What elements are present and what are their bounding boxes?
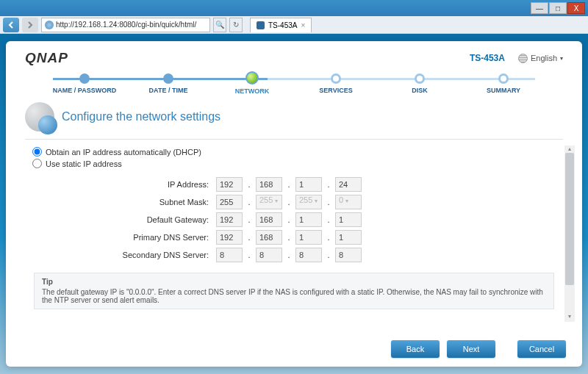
viewport: QNAP TS-453A English ▾ NAME / PASSWORD D… [0,34,588,374]
dns2-octet-3[interactable] [295,248,322,262]
button-row: Back Next Cancel [391,340,566,358]
label-ip: IP Address: [47,180,216,189]
url-text: http://192.168.1.24:8080/cgi-bin/quick/h… [56,21,196,29]
label-gateway: Default Gateway: [47,215,216,224]
mask-octet-3[interactable]: 255 ▾ [295,195,322,209]
tip-body: The default gateway IP is "0.0.0.0". Ent… [42,288,546,304]
label-dns1: Primary DNS Server: [47,233,216,242]
gw-octet-1[interactable] [216,212,243,227]
step-summary[interactable]: SUMMARY [462,73,545,94]
row-mask: Subnet Mask: . 255 ▾. 255 ▾. 0 ▾ [47,195,563,209]
row-ip: IP Address: . . . [47,177,563,192]
scroll-down-arrow[interactable]: ▾ [564,313,575,322]
brand-logo: QNAP [25,50,68,66]
ip-octet-4[interactable] [335,177,362,192]
label-mask: Subnet Mask: [47,198,216,206]
browser-toolbar: http://192.168.1.24:8080/cgi-bin/quick/h… [0,16,588,34]
divider [25,139,563,140]
ip-mode-radio-group: Obtain an IP address automatically (DHCP… [32,147,563,168]
language-label: English [531,54,557,62]
search-icon-button[interactable]: 🔍 [213,18,226,32]
address-bar[interactable]: http://192.168.1.24:8080/cgi-bin/quick/h… [41,18,210,32]
next-button[interactable]: Next [447,340,495,358]
label-dns2: Secondary DNS Server: [47,251,216,259]
gw-octet-4[interactable] [335,212,362,227]
maximize-button[interactable]: □ [549,2,567,14]
radio-dhcp-input[interactable] [32,147,42,157]
language-globe-icon [518,54,528,63]
radio-dhcp[interactable]: Obtain an IP address automatically (DHCP… [32,147,563,157]
mask-octet-4[interactable]: 0 ▾ [335,195,362,209]
browser-tab[interactable]: TS-453A × [250,18,312,32]
tab-close-button[interactable]: × [301,21,305,29]
radio-static-input[interactable] [32,159,42,168]
minimize-button[interactable]: — [531,2,548,14]
window-titlebar: — □ X [0,0,588,16]
step-services[interactable]: SERVICES [294,73,378,94]
ip-octet-2[interactable] [256,177,282,192]
globe-icon [45,21,54,29]
scroll-thumb[interactable] [565,153,574,285]
page-title: Configure the network settings [62,110,220,123]
step-date-time[interactable]: DATE / TIME [126,73,210,94]
ip-form: IP Address: . . . Subnet Mask: . 255 ▾. … [47,177,563,262]
row-dns2: Secondary DNS Server: . . . [47,248,563,262]
gw-octet-2[interactable] [256,212,282,227]
row-dns1: Primary DNS Server: . . . [47,230,563,245]
dns2-octet-1[interactable] [216,248,243,262]
favicon-icon [257,21,265,29]
step-tracker: NAME / PASSWORD DATE / TIME NETWORK SERV… [6,73,582,95]
step-network[interactable]: NETWORK [210,73,294,95]
close-button[interactable]: X [567,2,585,14]
ip-octet-1[interactable] [216,177,243,192]
content-scrollbar[interactable]: ▴ ▾ [564,145,575,322]
dns1-octet-1[interactable] [216,230,243,245]
gw-octet-3[interactable] [295,212,322,227]
mask-octet-2[interactable]: 255 ▾ [256,195,282,209]
dns2-octet-2[interactable] [256,248,282,262]
step-disk[interactable]: DISK [378,73,462,94]
wizard-card: QNAP TS-453A English ▾ NAME / PASSWORD D… [6,41,582,367]
model-label: TS-453A [470,53,505,63]
forward-nav-button[interactable] [22,18,38,32]
step-name-password[interactable]: NAME / PASSWORD [43,73,126,94]
dns1-octet-3[interactable] [295,230,322,245]
refresh-button[interactable]: ↻ [229,18,243,32]
network-gear-icon [25,102,54,132]
back-button[interactable]: Back [391,340,440,358]
mask-octet-1[interactable] [216,195,243,209]
language-selector[interactable]: English ▾ [518,54,563,63]
chevron-down-icon: ▾ [560,55,563,62]
cancel-button[interactable]: Cancel [517,340,566,358]
dns1-octet-2[interactable] [256,230,282,245]
tip-heading: Tip [42,278,546,286]
ip-octet-3[interactable] [295,177,322,192]
back-nav-button[interactable] [3,18,19,32]
row-gateway: Default Gateway: . . . [47,212,563,227]
dns2-octet-4[interactable] [335,248,362,262]
tip-box: Tip The default gateway IP is "0.0.0.0".… [34,273,554,309]
tab-title: TS-453A [268,21,297,29]
dns1-octet-4[interactable] [335,230,362,245]
radio-static[interactable]: Use static IP address [32,159,563,168]
